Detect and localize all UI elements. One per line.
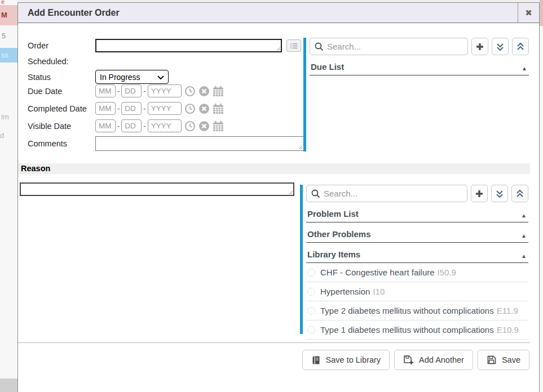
background-page-right — [540, 0, 543, 392]
radio-icon[interactable] — [307, 326, 315, 334]
save-icon — [487, 355, 497, 365]
due-date-month-input[interactable] — [95, 84, 116, 97]
due-date-clear-button[interactable] — [198, 86, 210, 97]
save-to-library-label: Save to Library — [326, 355, 381, 364]
radio-icon[interactable] — [307, 307, 315, 315]
problem-expand-all-button[interactable] — [491, 185, 508, 202]
scheduled-label: Scheduled: — [28, 57, 95, 66]
clear-circle-icon — [198, 86, 210, 97]
diagnosis-code: I10 — [373, 287, 385, 296]
due-list-section-header[interactable]: Due List ▲ — [310, 55, 529, 75]
due-list-panel: Due List ▲ — [310, 38, 529, 75]
library-item[interactable]: HypertensionI10 — [306, 282, 528, 301]
reason-row — [20, 182, 294, 198]
calendar-icon — [213, 121, 224, 132]
radio-icon[interactable] — [307, 288, 315, 296]
problem-list-section-header[interactable]: Problem List ▲ — [306, 202, 528, 222]
due-date-calendar-button[interactable] — [213, 86, 224, 97]
due-collapse-all-button[interactable] — [512, 38, 529, 55]
save-to-library-button[interactable]: Save to Library — [302, 350, 390, 370]
order-lookup-button[interactable] — [286, 39, 301, 52]
double-chevron-up-icon — [516, 189, 524, 198]
bg-text-fragment: lm — [1, 113, 9, 121]
book-icon — [311, 355, 321, 365]
due-search-row — [310, 38, 529, 55]
accent-bar — [303, 38, 306, 152]
footer-divider — [18, 342, 530, 343]
completed-date-time-button[interactable] — [184, 103, 196, 114]
chevron-down-icon — [157, 75, 164, 80]
calendar-icon — [213, 103, 224, 114]
search-icon — [315, 42, 324, 51]
close-button[interactable]: ✖ — [518, 3, 539, 23]
plus-icon — [475, 189, 484, 198]
due-date-time-button[interactable] — [184, 86, 196, 97]
collapse-arrow-icon: ▲ — [521, 233, 527, 239]
background-page-left: e M 5 ss lm d — [0, 0, 17, 392]
add-another-button[interactable]: Add Another — [394, 350, 473, 370]
bg-strip — [540, 0, 543, 26]
due-date-year-input[interactable] — [148, 84, 182, 97]
calendar-icon — [213, 86, 224, 97]
date-separator: - — [143, 104, 145, 113]
collapse-arrow-icon: ▲ — [522, 65, 527, 72]
completed-date-clear-button[interactable] — [198, 103, 210, 114]
problem-collapse-all-button[interactable] — [511, 185, 528, 202]
other-problems-section-label: Other Problems — [307, 229, 371, 239]
radio-icon[interactable] — [307, 269, 315, 277]
clock-icon — [184, 103, 196, 114]
visible-date-year-input[interactable] — [148, 119, 182, 132]
scheduled-row: Scheduled: — [18, 57, 95, 66]
reason-input[interactable] — [20, 182, 294, 196]
due-add-button[interactable] — [471, 38, 488, 55]
bg-strip — [0, 378, 17, 392]
completed-date-label: Completed Date — [28, 104, 95, 113]
dialog-body: Order Scheduled: — [18, 23, 539, 392]
bg-text-fragment: 5 — [2, 32, 6, 40]
clear-circle-icon — [198, 103, 210, 114]
library-items-section-header[interactable]: Library Items ▲ — [306, 243, 528, 263]
order-row: Order — [18, 39, 301, 52]
visible-date-row: Visible Date - - — [18, 119, 224, 132]
due-date-day-input[interactable] — [121, 84, 142, 97]
order-label: Order — [28, 41, 95, 50]
collapse-arrow-icon: ▲ — [521, 212, 527, 219]
library-item[interactable]: CHF - Congestive heart failureI50.9 — [306, 263, 528, 282]
date-separator: - — [117, 122, 120, 130]
visible-date-clear-button[interactable] — [198, 121, 210, 132]
visible-date-calendar-button[interactable] — [213, 121, 224, 132]
status-select[interactable]: In Progress — [95, 70, 169, 84]
status-selected-value: In Progress — [100, 73, 140, 82]
add-another-label: Add Another — [419, 355, 464, 364]
visible-date-time-button[interactable] — [184, 121, 196, 132]
double-chevron-down-icon — [496, 42, 504, 51]
clear-circle-icon — [198, 121, 210, 132]
problem-search-input[interactable] — [324, 189, 462, 198]
save-button[interactable]: Save — [478, 350, 529, 370]
completed-date-day-input[interactable] — [121, 102, 142, 115]
library-item[interactable]: Type 1 diabetes mellitus without complic… — [306, 320, 528, 340]
due-expand-all-button[interactable] — [492, 38, 509, 55]
date-separator: - — [117, 104, 120, 113]
diagnosis-code: E11.9 — [497, 306, 518, 315]
add-encounter-order-dialog: Add Encounter Order ✖ Order — [17, 2, 540, 392]
order-input[interactable] — [95, 39, 282, 52]
search-icon — [311, 189, 320, 198]
problem-add-button[interactable] — [471, 185, 488, 202]
completed-date-year-input[interactable] — [148, 102, 182, 115]
completed-date-calendar-button[interactable] — [213, 103, 224, 114]
visible-date-day-input[interactable] — [121, 119, 142, 132]
completed-date-month-input[interactable] — [95, 102, 116, 115]
library-item[interactable]: Type 2 diabetes mellitus without complic… — [306, 301, 528, 320]
list-icon — [290, 42, 298, 50]
problem-search-row — [306, 185, 528, 202]
comments-input[interactable] — [95, 136, 304, 151]
save-label: Save — [502, 355, 520, 364]
date-separator: - — [117, 87, 120, 95]
other-problems-section-header[interactable]: Other Problems ▲ — [306, 222, 528, 243]
library-item-label: HypertensionI10 — [320, 287, 385, 296]
double-chevron-up-icon — [516, 42, 524, 51]
visible-date-month-input[interactable] — [95, 119, 116, 132]
due-search-input[interactable] — [327, 42, 463, 51]
save-plus-icon — [403, 355, 414, 365]
